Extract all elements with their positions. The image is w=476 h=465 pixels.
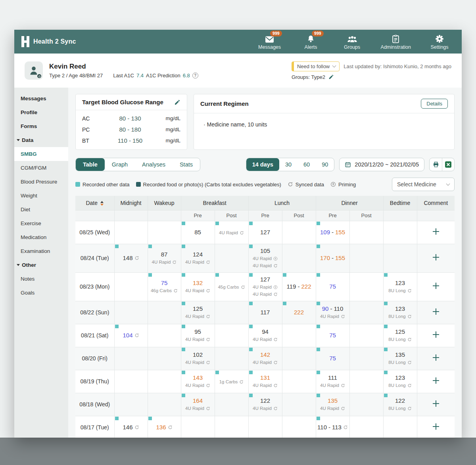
glucose-cell-breakfast-post[interactable] bbox=[215, 324, 248, 347]
glucose-cell-bedtime[interactable]: 1358U Long bbox=[383, 347, 417, 370]
glucose-cell-lunch-post[interactable] bbox=[282, 370, 316, 393]
glucose-cell-dinner-pre[interactable]: 75 bbox=[316, 272, 349, 301]
glucose-cell-midnight[interactable] bbox=[114, 393, 148, 416]
glucose-cell-breakfast-pre[interactable]: 1024U Rapid bbox=[181, 347, 215, 370]
glucose-cell-dinner-pre[interactable]: 75 bbox=[316, 324, 349, 347]
glucose-cell-midnight[interactable]: 104 bbox=[114, 324, 148, 347]
date-range-picker[interactable]: 2020/12/20 ~ 2021/02/05 bbox=[339, 158, 424, 171]
glucose-cell-dinner-post[interactable] bbox=[349, 370, 383, 393]
glucose-cell-lunch-post[interactable] bbox=[282, 416, 316, 438]
regimen-details-button[interactable]: Details bbox=[421, 99, 448, 109]
glucose-cell-breakfast-post[interactable]: 4U Rapid bbox=[215, 221, 248, 244]
glucose-cell-midnight[interactable] bbox=[114, 370, 148, 393]
add-comment-button[interactable] bbox=[432, 227, 440, 236]
nav-item-settings[interactable]: Settings bbox=[427, 34, 452, 50]
glucose-cell-breakfast-post[interactable] bbox=[215, 347, 248, 370]
glucose-cell-dinner-pre[interactable]: 110 - 113 bbox=[316, 416, 349, 438]
add-comment-button[interactable] bbox=[432, 376, 440, 385]
select-medicine-dropdown[interactable]: Select Medicine bbox=[392, 178, 455, 191]
glucose-cell-dinner-post[interactable] bbox=[349, 272, 383, 301]
glucose-cell-wakeup[interactable] bbox=[148, 393, 181, 416]
add-comment-button[interactable] bbox=[432, 399, 440, 408]
glucose-cell-midnight[interactable] bbox=[114, 272, 148, 301]
glucose-cell-breakfast-pre[interactable] bbox=[181, 416, 215, 438]
glucose-cell-dinner-post[interactable] bbox=[349, 221, 383, 244]
glucose-cell-bedtime[interactable] bbox=[383, 244, 417, 272]
glucose-cell-lunch-pre[interactable]: 1274U Rapid4U Rapid bbox=[248, 272, 282, 301]
period-60[interactable]: 60 bbox=[298, 158, 316, 171]
glucose-cell-bedtime[interactable] bbox=[383, 221, 417, 244]
glucose-cell-wakeup[interactable]: 7546g Carbs bbox=[148, 272, 181, 301]
glucose-cell-breakfast-pre[interactable]: 954U Rapid bbox=[181, 324, 215, 347]
add-comment-button[interactable] bbox=[432, 253, 440, 262]
nav-item-alerts[interactable]: 999Alerts bbox=[298, 34, 324, 50]
print-button[interactable] bbox=[430, 158, 442, 171]
glucose-cell-dinner-post[interactable] bbox=[349, 393, 383, 416]
glucose-cell-midnight[interactable] bbox=[114, 301, 148, 324]
add-comment-button[interactable] bbox=[432, 330, 440, 339]
info-icon[interactable]: ? bbox=[192, 73, 198, 78]
sidebar-item-weight[interactable]: Weight bbox=[14, 189, 68, 203]
edit-groups-pencil-icon[interactable] bbox=[328, 74, 334, 80]
glucose-cell-midnight[interactable]: 148 bbox=[114, 244, 148, 272]
sidebar-item-data[interactable]: Data bbox=[14, 133, 68, 147]
glucose-cell-breakfast-pre[interactable]: 1244U Rapid bbox=[181, 244, 215, 272]
glucose-cell-wakeup[interactable] bbox=[148, 370, 181, 393]
sidebar-item-diet[interactable]: Diet bbox=[14, 203, 68, 216]
tab-stats[interactable]: Stats bbox=[173, 158, 200, 171]
glucose-cell-lunch-pre[interactable]: 1054U Rapid4U Rapid bbox=[248, 244, 282, 272]
glucose-cell-bedtime[interactable]: 1228U Long bbox=[383, 393, 417, 416]
tab-table[interactable]: Table bbox=[76, 158, 105, 171]
glucose-cell-wakeup[interactable] bbox=[148, 347, 181, 370]
glucose-cell-lunch-pre[interactable]: 1314U Rapid bbox=[248, 370, 282, 393]
glucose-cell-midnight[interactable] bbox=[114, 221, 148, 244]
glucose-cell-breakfast-pre[interactable]: 1644U Rapid bbox=[181, 393, 215, 416]
sidebar-item-cgm-fgm[interactable]: CGM/FGM bbox=[14, 161, 68, 175]
period-30[interactable]: 30 bbox=[279, 158, 298, 171]
glucose-cell-breakfast-pre[interactable]: 1434U Rapid bbox=[181, 370, 215, 393]
glucose-cell-wakeup[interactable] bbox=[148, 221, 181, 244]
sidebar-item-exercise[interactable]: Exercise bbox=[14, 216, 68, 230]
glucose-cell-lunch-post[interactable] bbox=[282, 347, 316, 370]
glucose-cell-breakfast-pre[interactable]: 1324U Rapid bbox=[181, 272, 215, 301]
glucose-cell-dinner-pre[interactable]: 1354U Rapid bbox=[316, 393, 349, 416]
glucose-cell-bedtime[interactable]: 1238U Long bbox=[383, 370, 417, 393]
sidebar-item-forms[interactable]: Forms bbox=[14, 119, 68, 133]
glucose-cell-lunch-pre[interactable] bbox=[248, 416, 282, 438]
glucose-cell-wakeup[interactable] bbox=[148, 324, 181, 347]
tab-graph[interactable]: Graph bbox=[105, 158, 135, 171]
glucose-cell-dinner-pre[interactable]: 1114U Rapid bbox=[316, 370, 349, 393]
glucose-cell-lunch-pre[interactable]: 1224U Rapid bbox=[248, 393, 282, 416]
glucose-cell-lunch-post[interactable] bbox=[282, 221, 316, 244]
follow-status-select[interactable]: Need to follow bbox=[292, 61, 340, 71]
sidebar-item-smbg[interactable]: SMBG bbox=[14, 147, 68, 161]
edit-target-pencil-icon[interactable] bbox=[174, 99, 180, 105]
glucose-cell-dinner-post[interactable] bbox=[349, 244, 383, 272]
glucose-cell-lunch-post[interactable] bbox=[282, 244, 316, 272]
column-header-date[interactable]: Date bbox=[75, 196, 114, 210]
glucose-cell-breakfast-pre[interactable]: 85 bbox=[181, 221, 215, 244]
glucose-cell-dinner-pre[interactable]: 170 - 155 bbox=[316, 244, 349, 272]
glucose-cell-breakfast-post[interactable]: 45g Carbs bbox=[215, 272, 248, 301]
glucose-cell-midnight[interactable]: 146 bbox=[114, 416, 148, 438]
period-14-days[interactable]: 14 days bbox=[246, 158, 279, 171]
sidebar-item-goals[interactable]: Goals bbox=[14, 286, 68, 300]
glucose-cell-lunch-pre[interactable]: 127 bbox=[248, 221, 282, 244]
glucose-cell-breakfast-post[interactable] bbox=[215, 244, 248, 272]
glucose-cell-wakeup[interactable]: 874U Rapid bbox=[148, 244, 181, 272]
glucose-cell-wakeup[interactable]: 136 bbox=[148, 416, 181, 438]
glucose-cell-wakeup[interactable] bbox=[148, 301, 181, 324]
glucose-cell-lunch-post[interactable]: 119 - 222 bbox=[282, 272, 316, 301]
sidebar-item-notes[interactable]: Notes bbox=[14, 272, 68, 286]
glucose-cell-lunch-post[interactable] bbox=[282, 324, 316, 347]
glucose-cell-lunch-pre[interactable]: 944U Rapid bbox=[248, 324, 282, 347]
sidebar-item-medication[interactable]: Medication bbox=[14, 230, 68, 244]
add-comment-button[interactable] bbox=[432, 353, 440, 362]
glucose-cell-dinner-pre[interactable]: 109 - 155 bbox=[316, 221, 349, 244]
sidebar-item-other[interactable]: Other bbox=[14, 258, 68, 272]
glucose-cell-bedtime[interactable] bbox=[383, 416, 417, 438]
glucose-cell-dinner-pre[interactable]: 90 - 1104U Rapid bbox=[316, 301, 349, 324]
sidebar-item-messages[interactable]: Messages bbox=[14, 92, 68, 105]
glucose-cell-breakfast-post[interactable] bbox=[215, 416, 248, 438]
nav-item-messages[interactable]: 999Messages bbox=[257, 34, 282, 50]
